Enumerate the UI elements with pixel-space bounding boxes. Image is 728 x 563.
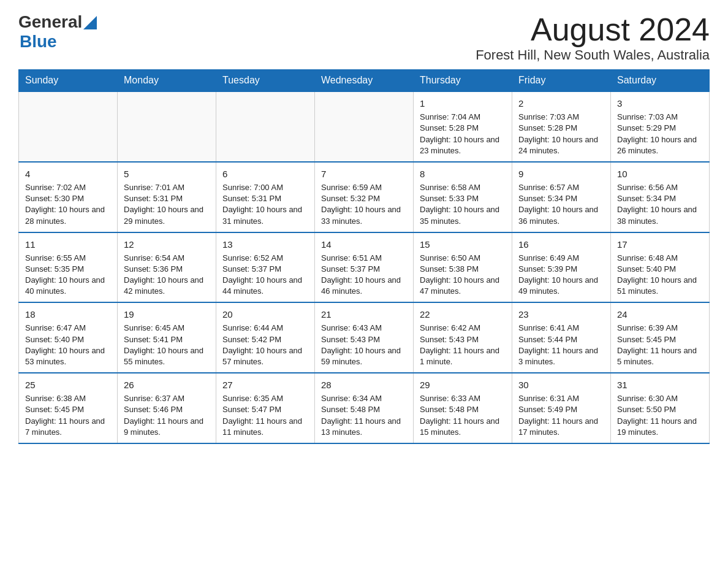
calendar-cell: 4Sunrise: 7:02 AMSunset: 5:30 PMDaylight… [19,162,118,232]
day-info: Sunset: 5:41 PM [124,334,210,345]
day-number: 25 [25,378,111,391]
calendar-cell: 31Sunrise: 6:30 AMSunset: 5:50 PMDayligh… [611,373,710,443]
location-title: Forest Hill, New South Wales, Australia [476,47,710,63]
day-number: 31 [617,378,703,391]
day-info: Sunset: 5:28 PM [518,123,604,134]
day-info: Sunset: 5:33 PM [420,193,506,204]
calendar-cell [315,91,414,162]
day-info: Sunrise: 6:34 AM [321,393,407,404]
day-info: Daylight: 10 hours and 28 minutes. [25,204,111,226]
day-info: Sunset: 5:37 PM [321,264,407,275]
calendar-week-3: 11Sunrise: 6:55 AMSunset: 5:35 PMDayligh… [19,232,710,303]
logo-triangle-icon [83,16,97,29]
day-info: Daylight: 11 hours and 3 minutes. [518,345,604,367]
day-number: 22 [420,308,506,321]
day-info: Daylight: 10 hours and 57 minutes. [222,345,308,367]
day-info: Sunset: 5:42 PM [222,334,308,345]
day-info: Sunset: 5:36 PM [124,264,210,275]
calendar-cell: 11Sunrise: 6:55 AMSunset: 5:35 PMDayligh… [19,232,118,303]
day-info: Daylight: 11 hours and 13 minutes. [321,416,407,438]
day-info: Daylight: 10 hours and 51 minutes. [617,275,703,297]
day-number: 11 [25,238,111,251]
day-info: Daylight: 10 hours and 26 minutes. [617,134,703,156]
calendar-cell: 9Sunrise: 6:57 AMSunset: 5:34 PMDaylight… [512,162,611,232]
day-info: Sunrise: 6:57 AM [518,182,604,193]
calendar-cell: 7Sunrise: 6:59 AMSunset: 5:32 PMDaylight… [315,162,414,232]
day-number: 9 [518,167,604,180]
day-info: Sunrise: 7:00 AM [222,182,308,193]
day-info: Sunrise: 6:56 AM [617,182,703,193]
day-info: Sunset: 5:29 PM [617,123,703,134]
day-info: Sunset: 5:28 PM [420,123,506,134]
col-sunday: Sunday [19,70,118,92]
calendar-cell: 18Sunrise: 6:47 AMSunset: 5:40 PMDayligh… [19,302,118,373]
calendar-cell: 20Sunrise: 6:44 AMSunset: 5:42 PMDayligh… [216,302,315,373]
day-info: Sunset: 5:34 PM [518,193,604,204]
day-number: 27 [222,378,308,391]
day-info: Sunset: 5:47 PM [222,404,308,415]
calendar-cell: 15Sunrise: 6:50 AMSunset: 5:38 PMDayligh… [414,232,512,303]
day-info: Daylight: 11 hours and 9 minutes. [124,416,210,438]
day-info: Daylight: 11 hours and 7 minutes. [25,416,111,438]
calendar-cell: 8Sunrise: 6:58 AMSunset: 5:33 PMDaylight… [414,162,512,232]
col-monday: Monday [118,70,216,92]
calendar-week-5: 25Sunrise: 6:38 AMSunset: 5:45 PMDayligh… [19,373,710,443]
calendar-cell: 13Sunrise: 6:52 AMSunset: 5:37 PMDayligh… [216,232,315,303]
day-number: 18 [25,308,111,321]
day-info: Daylight: 10 hours and 59 minutes. [321,345,407,367]
logo: General Blue [18,12,97,52]
day-number: 30 [518,378,604,391]
month-title: August 2024 [476,12,710,47]
day-info: Sunset: 5:46 PM [124,404,210,415]
day-info: Sunset: 5:45 PM [25,404,111,415]
day-info: Sunrise: 6:54 AM [124,253,210,264]
calendar-cell: 3Sunrise: 7:03 AMSunset: 5:29 PMDaylight… [611,91,710,162]
calendar-cell: 28Sunrise: 6:34 AMSunset: 5:48 PMDayligh… [315,373,414,443]
day-info: Sunrise: 6:45 AM [124,323,210,334]
day-info: Sunrise: 6:33 AM [420,393,506,404]
day-info: Daylight: 10 hours and 53 minutes. [25,345,111,367]
day-info: Sunrise: 6:55 AM [25,253,111,264]
calendar-cell: 19Sunrise: 6:45 AMSunset: 5:41 PMDayligh… [118,302,216,373]
day-info: Sunrise: 6:58 AM [420,182,506,193]
day-info: Sunset: 5:45 PM [617,334,703,345]
day-info: Sunset: 5:38 PM [420,264,506,275]
day-info: Daylight: 10 hours and 49 minutes. [518,275,604,297]
day-info: Daylight: 11 hours and 5 minutes. [617,345,703,367]
day-info: Sunrise: 6:50 AM [420,253,506,264]
day-info: Sunrise: 6:43 AM [321,323,407,334]
day-number: 17 [617,238,703,251]
day-info: Sunset: 5:34 PM [617,193,703,204]
day-number: 15 [420,238,506,251]
day-info: Sunset: 5:44 PM [518,334,604,345]
day-info: Sunset: 5:49 PM [518,404,604,415]
page-header: General Blue August 2024 Forest Hill, Ne… [18,12,710,63]
calendar-header-row: Sunday Monday Tuesday Wednesday Thursday… [19,70,710,92]
calendar-table: Sunday Monday Tuesday Wednesday Thursday… [18,69,710,444]
calendar-cell: 17Sunrise: 6:48 AMSunset: 5:40 PMDayligh… [611,232,710,303]
calendar-cell: 27Sunrise: 6:35 AMSunset: 5:47 PMDayligh… [216,373,315,443]
day-info: Daylight: 10 hours and 29 minutes. [124,204,210,226]
calendar-cell: 25Sunrise: 6:38 AMSunset: 5:45 PMDayligh… [19,373,118,443]
calendar-cell: 6Sunrise: 7:00 AMSunset: 5:31 PMDaylight… [216,162,315,232]
day-number: 23 [518,308,604,321]
day-info: Sunset: 5:43 PM [420,334,506,345]
day-info: Daylight: 10 hours and 47 minutes. [420,275,506,297]
day-number: 21 [321,308,407,321]
calendar-cell: 26Sunrise: 6:37 AMSunset: 5:46 PMDayligh… [118,373,216,443]
day-info: Sunrise: 6:31 AM [518,393,604,404]
day-info: Sunset: 5:39 PM [518,264,604,275]
day-info: Daylight: 11 hours and 15 minutes. [420,416,506,438]
calendar-cell: 22Sunrise: 6:42 AMSunset: 5:43 PMDayligh… [414,302,512,373]
day-number: 20 [222,308,308,321]
day-number: 7 [321,167,407,180]
day-number: 10 [617,167,703,180]
day-info: Sunrise: 6:49 AM [518,253,604,264]
svg-marker-0 [83,16,97,29]
day-info: Sunset: 5:48 PM [321,404,407,415]
day-info: Sunrise: 6:38 AM [25,393,111,404]
day-info: Sunrise: 6:35 AM [222,393,308,404]
day-info: Daylight: 10 hours and 31 minutes. [222,204,308,226]
day-info: Sunrise: 6:42 AM [420,323,506,334]
logo-blue-text: Blue [20,32,57,52]
